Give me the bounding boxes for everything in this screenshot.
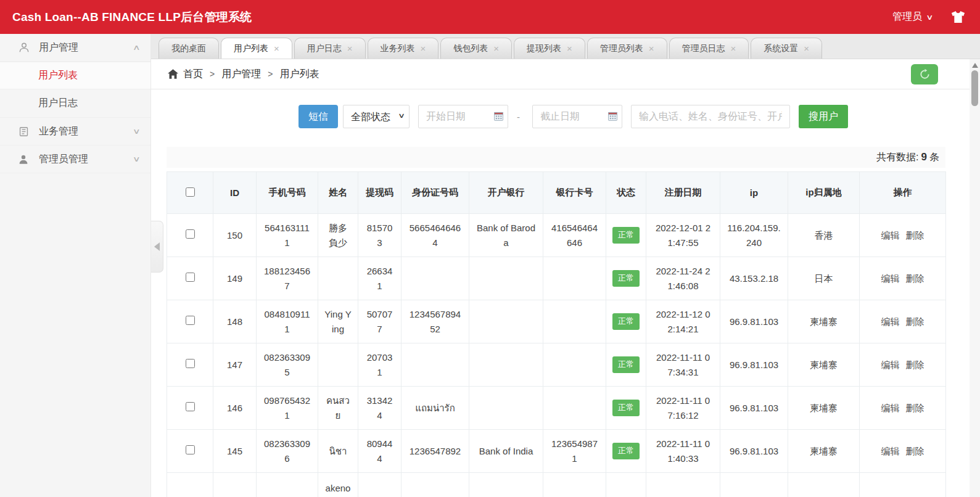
table-cell: 96.9.81.103 bbox=[720, 300, 788, 343]
sidebar-group-business-management[interactable]: 业务管理 ∨ bbox=[0, 118, 150, 146]
checkbox-cell bbox=[167, 214, 213, 257]
actions-cell: 编辑删除 bbox=[860, 300, 946, 343]
delete-link[interactable]: 删除 bbox=[906, 446, 924, 456]
sidebar-group-admin-management[interactable]: 管理员管理 ∨ bbox=[0, 146, 150, 173]
sidebar-group-user-management[interactable]: 用户管理 ∧ bbox=[0, 34, 150, 62]
vertical-scrollbar[interactable] bbox=[970, 59, 980, 497]
table-cell: 5641631111 bbox=[257, 214, 318, 257]
tab-2[interactable]: 用户日志× bbox=[294, 38, 366, 59]
delete-link[interactable]: 删除 bbox=[906, 230, 924, 240]
tab-0[interactable]: 我的桌面 bbox=[159, 38, 219, 59]
delete-link[interactable]: 删除 bbox=[906, 359, 924, 370]
table-cell: 1881234567 bbox=[257, 257, 318, 300]
sms-button[interactable]: 短信 bbox=[299, 105, 338, 128]
table-cell bbox=[401, 473, 469, 497]
tab-5[interactable]: 提现列表× bbox=[514, 38, 585, 59]
chevron-down-icon: ∨ bbox=[926, 13, 933, 22]
ledger-icon bbox=[19, 126, 31, 137]
tab-close-icon[interactable]: × bbox=[421, 44, 426, 53]
sidebar-collapse-handle[interactable] bbox=[151, 221, 163, 273]
table-cell bbox=[646, 473, 720, 497]
tab-7[interactable]: 管理员日志× bbox=[669, 38, 749, 59]
tab-close-icon[interactable]: × bbox=[804, 44, 809, 53]
status-select[interactable]: 全部状态 bbox=[343, 105, 410, 128]
edit-link[interactable]: 编辑 bbox=[881, 446, 900, 456]
user-table: ID手机号码姓名提现码身份证号码开户银行银行卡号状态注册日期ipip归属地操作 … bbox=[167, 171, 946, 497]
tab-3[interactable]: 业务列表× bbox=[368, 38, 439, 59]
table-cell: 116.204.159.240 bbox=[720, 214, 788, 257]
table-cell: 149 bbox=[213, 257, 257, 300]
tab-label: 系统设置 bbox=[764, 38, 798, 59]
search-user-button[interactable]: 搜用户 bbox=[799, 105, 848, 128]
edit-link[interactable]: 编辑 bbox=[881, 273, 900, 284]
tab-1[interactable]: 用户列表× bbox=[221, 38, 292, 59]
actions-cell: 编辑删除 bbox=[860, 214, 946, 257]
table-cell: 1236549871 bbox=[543, 430, 606, 473]
breadcrumb-section[interactable]: 用户管理 bbox=[221, 68, 261, 81]
tab-label: 钱包列表 bbox=[453, 38, 488, 59]
stats-count: 9 bbox=[921, 151, 927, 163]
refresh-button[interactable] bbox=[911, 64, 938, 84]
tab-4[interactable]: 钱包列表× bbox=[440, 38, 512, 59]
edit-link[interactable]: 编辑 bbox=[881, 403, 900, 413]
row-checkbox[interactable] bbox=[186, 316, 195, 325]
edit-link[interactable]: 编辑 bbox=[881, 316, 900, 327]
sidebar-item-user-log[interactable]: 用户日志 bbox=[0, 89, 150, 117]
table-cell: 柬埔寨 bbox=[788, 343, 860, 387]
table-cell bbox=[543, 257, 606, 300]
sidebar-item-user-list[interactable]: 用户列表 bbox=[0, 62, 150, 89]
table-cell: นิชา bbox=[318, 430, 358, 473]
table-cell: 145 bbox=[213, 430, 257, 473]
table-cell bbox=[720, 473, 788, 497]
table-cell: 2022-11-12 02:14:21 bbox=[646, 300, 720, 343]
tab-close-icon[interactable]: × bbox=[274, 44, 279, 53]
table-cell: 勝多負少 bbox=[318, 214, 358, 257]
tab-8[interactable]: 系统设置× bbox=[751, 38, 822, 59]
row-checkbox[interactable] bbox=[186, 273, 195, 282]
edit-link[interactable]: 编辑 bbox=[881, 359, 900, 370]
table-cell: 96.9.81.103 bbox=[720, 387, 788, 430]
tab-close-icon[interactable]: × bbox=[347, 44, 353, 53]
row-checkbox[interactable] bbox=[186, 359, 195, 368]
refresh-icon bbox=[919, 68, 931, 80]
delete-link[interactable]: 删除 bbox=[906, 316, 924, 327]
theme-shirt-icon[interactable] bbox=[951, 11, 965, 23]
user-menu[interactable]: 管理员 ∨ bbox=[892, 10, 933, 23]
status-cell: 正常 bbox=[606, 214, 646, 257]
column-header: ip bbox=[720, 172, 788, 214]
tab-close-icon[interactable]: × bbox=[731, 44, 736, 53]
admin-user-icon bbox=[19, 154, 31, 165]
actions-cell: 编辑删除 bbox=[860, 343, 946, 387]
chevron-down-icon: ∨ bbox=[133, 155, 141, 163]
delete-link[interactable]: 删除 bbox=[906, 403, 924, 413]
content-area: 短信 全部状态 ∨ - bbox=[151, 89, 980, 497]
search-input[interactable] bbox=[631, 105, 790, 128]
table-cell: 96.9.81.103 bbox=[720, 343, 788, 387]
table-cell: แถมน่ารัก bbox=[401, 387, 469, 430]
table-cell bbox=[469, 257, 543, 300]
tab-close-icon[interactable]: × bbox=[567, 44, 572, 53]
table-header-row: ID手机号码姓名提现码身份证号码开户银行银行卡号状态注册日期ipip归属地操作 bbox=[167, 172, 946, 214]
tab-6[interactable]: 管理员列表× bbox=[587, 38, 667, 59]
start-date-input[interactable] bbox=[418, 105, 508, 128]
end-date-input[interactable] bbox=[532, 105, 622, 128]
row-checkbox[interactable] bbox=[186, 402, 195, 411]
app-header: Cash Loan--AB FINANCE LLP后台管理系统 管理员 ∨ bbox=[0, 0, 980, 34]
breadcrumb-current: 用户列表 bbox=[279, 68, 319, 81]
table-cell: 96.9.81.103 bbox=[720, 430, 788, 473]
scrollbar-thumb[interactable] bbox=[971, 70, 978, 106]
breadcrumb-home[interactable]: 首页 bbox=[183, 68, 203, 81]
table-cell bbox=[401, 257, 469, 300]
delete-link[interactable]: 删除 bbox=[906, 273, 924, 284]
tab-close-icon[interactable]: × bbox=[493, 44, 499, 53]
edit-link[interactable]: 编辑 bbox=[881, 230, 900, 240]
select-all-checkbox[interactable] bbox=[186, 187, 195, 197]
row-checkbox[interactable] bbox=[186, 229, 195, 239]
row-checkbox[interactable] bbox=[186, 445, 195, 454]
scroll-up-arrow-icon[interactable] bbox=[972, 63, 978, 68]
table-cell: 146 bbox=[213, 387, 257, 430]
tab-label: 管理员列表 bbox=[600, 38, 643, 59]
actions-cell: 编辑删除 bbox=[860, 430, 946, 473]
tab-close-icon[interactable]: × bbox=[649, 44, 654, 53]
table-cell: 147 bbox=[213, 343, 257, 387]
